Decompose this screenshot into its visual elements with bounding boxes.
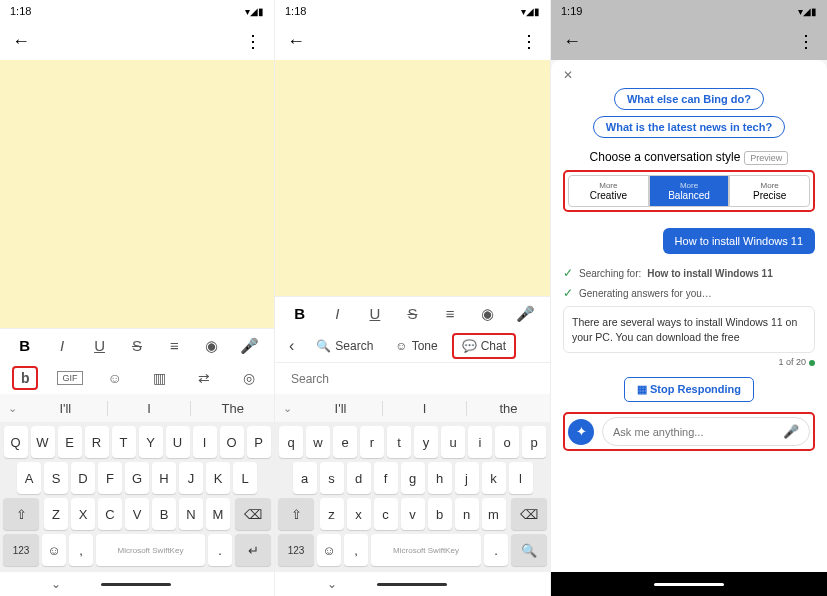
key-d[interactable]: d	[347, 462, 371, 494]
overflow-icon[interactable]: ⋯	[243, 33, 265, 49]
search-key[interactable]: 🔍	[511, 534, 547, 566]
broom-icon[interactable]: ✦	[568, 419, 594, 445]
bing-icon[interactable]: b	[12, 366, 38, 390]
overflow-icon[interactable]: ⋯	[796, 33, 818, 49]
key-d[interactable]: D	[71, 462, 95, 494]
camera-button[interactable]: ◉	[476, 305, 500, 323]
dot-key[interactable]: .	[208, 534, 232, 566]
comma-key[interactable]: ,	[344, 534, 368, 566]
key-i[interactable]: I	[193, 426, 217, 458]
mode-search[interactable]: 🔍 Search	[308, 335, 381, 357]
key-v[interactable]: V	[125, 498, 149, 530]
bold-button[interactable]: B	[288, 305, 312, 322]
key-u[interactable]: U	[166, 426, 190, 458]
mic-button[interactable]: 🎤	[237, 337, 261, 355]
bing-search-input[interactable]	[281, 366, 544, 392]
overflow-icon[interactable]: ⋯	[519, 33, 541, 49]
emoji-key[interactable]: ☺	[42, 534, 66, 566]
key-w[interactable]: w	[306, 426, 330, 458]
strike-button[interactable]: S	[400, 305, 424, 322]
key-q[interactable]: Q	[4, 426, 28, 458]
suggestion-chip[interactable]: What else can Bing do?	[614, 88, 764, 110]
key-e[interactable]: e	[333, 426, 357, 458]
key-v[interactable]: v	[401, 498, 425, 530]
key-y[interactable]: Y	[139, 426, 163, 458]
note-canvas[interactable]	[0, 60, 274, 328]
collapse-icon[interactable]: ⌄	[0, 402, 24, 415]
style-creative[interactable]: MoreCreative	[568, 175, 649, 207]
prediction-2[interactable]: I	[383, 401, 467, 416]
nav-down-icon[interactable]: ⌄	[51, 577, 61, 591]
style-precise[interactable]: MorePrecise	[729, 175, 810, 207]
mic-button[interactable]: 🎤	[513, 305, 537, 323]
shift-key[interactable]: ⇧	[278, 498, 314, 530]
ask-input[interactable]	[613, 426, 783, 438]
num-key[interactable]: 123	[278, 534, 314, 566]
key-c[interactable]: c	[374, 498, 398, 530]
list-button[interactable]: ≡	[438, 305, 462, 322]
key-j[interactable]: j	[455, 462, 479, 494]
key-p[interactable]: P	[247, 426, 271, 458]
key-g[interactable]: G	[125, 462, 149, 494]
back-icon[interactable]: ←	[563, 31, 581, 52]
key-r[interactable]: R	[85, 426, 109, 458]
key-l[interactable]: l	[509, 462, 533, 494]
key-o[interactable]: o	[495, 426, 519, 458]
delete-key[interactable]: ⌫	[235, 498, 271, 530]
key-n[interactable]: n	[455, 498, 479, 530]
emoji-key[interactable]: ☺	[317, 534, 341, 566]
nav-down-icon[interactable]: ⌄	[327, 577, 337, 591]
key-c[interactable]: C	[98, 498, 122, 530]
key-u[interactable]: u	[441, 426, 465, 458]
key-h[interactable]: H	[152, 462, 176, 494]
clipboard-button[interactable]: ▥	[146, 370, 172, 386]
note-canvas[interactable]	[275, 60, 550, 296]
shift-key[interactable]: ⇧	[3, 498, 39, 530]
underline-button[interactable]: U	[88, 337, 112, 354]
key-z[interactable]: Z	[44, 498, 68, 530]
prediction-1[interactable]: I'll	[24, 401, 108, 416]
close-icon[interactable]: ✕	[563, 68, 815, 82]
mode-tone[interactable]: ☺ Tone	[387, 335, 445, 357]
enter-key[interactable]: ↵	[235, 534, 271, 566]
key-x[interactable]: X	[71, 498, 95, 530]
prediction-2[interactable]: I	[108, 401, 192, 416]
settings-button[interactable]: ◎	[236, 370, 262, 386]
dot-key[interactable]: .	[484, 534, 508, 566]
mode-back[interactable]: ‹	[281, 333, 302, 359]
comma-key[interactable]: ,	[69, 534, 93, 566]
key-t[interactable]: T	[112, 426, 136, 458]
key-a[interactable]: a	[293, 462, 317, 494]
key-j[interactable]: J	[179, 462, 203, 494]
key-n[interactable]: N	[179, 498, 203, 530]
nav-home[interactable]	[101, 583, 171, 586]
key-t[interactable]: t	[387, 426, 411, 458]
key-i[interactable]: i	[468, 426, 492, 458]
key-f[interactable]: f	[374, 462, 398, 494]
prediction-3[interactable]: The	[191, 401, 274, 416]
back-icon[interactable]: ←	[12, 31, 30, 52]
key-q[interactable]: q	[279, 426, 303, 458]
space-key[interactable]: Microsoft SwiftKey	[371, 534, 481, 566]
key-w[interactable]: W	[31, 426, 55, 458]
prediction-1[interactable]: I'll	[299, 401, 383, 416]
translate-button[interactable]: ⇄	[191, 370, 217, 386]
key-r[interactable]: r	[360, 426, 384, 458]
key-z[interactable]: z	[320, 498, 344, 530]
key-x[interactable]: x	[347, 498, 371, 530]
underline-button[interactable]: U	[363, 305, 387, 322]
delete-key[interactable]: ⌫	[511, 498, 547, 530]
suggestion-chip[interactable]: What is the latest news in tech?	[593, 116, 785, 138]
key-k[interactable]: k	[482, 462, 506, 494]
prediction-3[interactable]: the	[467, 401, 550, 416]
key-l[interactable]: L	[233, 462, 257, 494]
key-f[interactable]: F	[98, 462, 122, 494]
key-y[interactable]: y	[414, 426, 438, 458]
key-h[interactable]: h	[428, 462, 452, 494]
key-s[interactable]: S	[44, 462, 68, 494]
italic-button[interactable]: I	[325, 305, 349, 322]
key-k[interactable]: K	[206, 462, 230, 494]
key-e[interactable]: E	[58, 426, 82, 458]
nav-home[interactable]	[654, 583, 724, 586]
key-b[interactable]: b	[428, 498, 452, 530]
